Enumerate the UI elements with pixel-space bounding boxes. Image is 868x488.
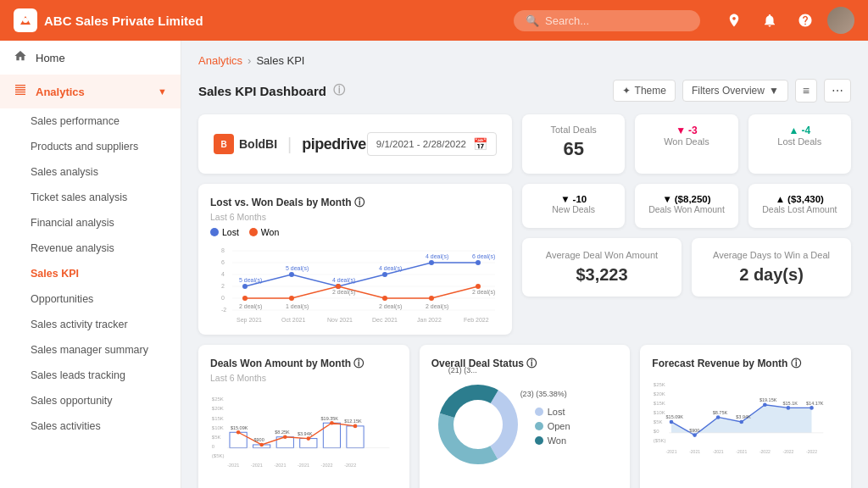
sidebar-item-sales-activities[interactable]: Sales activities [0,413,181,439]
title-info-icon[interactable]: ⓘ [333,83,345,98]
content-area: Analytics › Sales KPI Sales KPI Dashboar… [181,41,868,488]
donut-svg [431,378,525,471]
avg-won-label: Average Deal Won Amount [534,250,670,260]
svg-text:2 deal(s): 2 deal(s) [332,289,355,296]
lost-amount-arrow: ▲ [776,194,785,204]
svg-text:Nov 2021: Nov 2021 [327,317,353,323]
legend-won-dot [249,228,258,236]
svg-point-87 [670,420,674,424]
breadcrumb-analytics[interactable]: Analytics [198,54,242,67]
location-icon[interactable] [721,7,748,34]
sidebar-item-manager-summary[interactable]: Sales manager summary [0,337,181,363]
svg-point-60 [330,421,334,425]
brand-icon [14,8,37,32]
svg-text:-2022: -2022 [344,463,356,468]
topnav-icons [721,7,854,34]
svg-text:$19.15K: $19.15K [760,397,777,402]
logo-date-card: B BoldBI | pipedrive 9/1/2021 - 2/28/202… [198,114,512,174]
donut-chart-card: Overall Deal Status ⓘ (21) (3... (23) (3… [420,345,631,488]
sidebar-item-opportunities[interactable]: Opportunities [0,286,181,312]
pipedrive-logo: pipedrive [302,136,366,153]
svg-text:4 deal(s): 4 deal(s) [332,277,355,284]
sidebar-item-sales-analysis[interactable]: Sales analysis [0,159,181,185]
bar-chart-subtitle: Last 6 Months [210,373,398,383]
boldbi-logo: B BoldBI [214,134,277,154]
logo-area: B BoldBI | pipedrive [214,134,366,154]
svg-point-93 [810,406,815,410]
svg-point-91 [763,402,767,407]
won-amount-label: Deals Won Amount [647,204,726,214]
filters-button[interactable]: Filters Overview ▼ [682,80,788,102]
date-range-picker[interactable]: 9/1/2021 - 2/28/2022 📅 [367,132,497,156]
svg-text:$900: $900 [253,437,264,442]
svg-text:$8.75K: $8.75K [713,410,728,415]
dashboard-title: Sales KPI Dashboard ⓘ [198,83,345,98]
won-amount-card: ▼ ($8,250) Deals Won Amount [635,184,737,228]
svg-text:$8.25K: $8.25K [275,430,290,435]
svg-text:$0: $0 [654,429,659,434]
sidebar-item-activity-tracker[interactable]: Sales activity tracker [0,312,181,337]
more-options-button[interactable]: ⋯ [824,79,851,103]
svg-text:($5K): ($5K) [654,438,666,443]
svg-text:$15.09K: $15.09K [231,425,248,430]
sidebar-item-analytics[interactable]: Analytics ▼ [0,75,181,108]
svg-text:$3.94K: $3.94K [737,414,752,419]
svg-text:$15K: $15K [654,401,665,406]
help-icon[interactable] [792,7,819,34]
won-amount-change: ▼ ($8,250) [647,194,726,204]
line-chart-card: Lost vs. Won Deals by Month ⓘ Last 6 Mon… [198,184,512,335]
bar-chart-card: Deals Won Amount by Month ⓘ Last 6 Month… [198,345,409,488]
line-chart-svg: 8 6 4 2 0 -2 [210,241,500,325]
user-avatar[interactable] [827,7,854,34]
svg-point-89 [716,415,721,419]
legend-lost-color [535,408,543,416]
svg-point-59 [307,436,311,441]
svg-text:6 deal(s): 6 deal(s) [472,253,495,260]
topnav: ABC Sales Private Limited 🔍 [0,0,868,41]
sidebar-item-revenue[interactable]: Revenue analysis [0,236,181,261]
svg-text:$20K: $20K [212,406,224,411]
svg-text:5 deal(s): 5 deal(s) [239,277,262,284]
sidebar-item-leads-tracking[interactable]: Sales leads tracking [0,363,181,388]
lost-amount-label: Deals Lost Amount [760,204,839,214]
search-bar[interactable]: 🔍 [514,10,700,31]
analytics-chevron: ▼ [158,86,167,97]
svg-text:$20K: $20K [654,391,665,396]
svg-text:4: 4 [221,271,225,277]
svg-point-78 [455,402,501,447]
breadcrumb: Analytics › Sales KPI [198,54,851,67]
svg-text:Jan 2022: Jan 2022 [417,317,442,323]
boldbi-icon: B [214,134,234,154]
sidebar-item-financial[interactable]: Financial analysis [0,210,181,236]
breadcrumb-separator: › [248,54,251,67]
new-deals-arrow: ▼ [560,194,570,204]
svg-point-13 [242,284,248,289]
sidebar-submenu: Sales performance Products and suppliers… [0,108,181,439]
svg-point-57 [259,443,264,447]
new-deals-card: ▼ -10 New Deals [522,184,625,228]
svg-text:-2022: -2022 [783,449,794,454]
svg-text:$15.09K: $15.09K [666,414,684,419]
sidebar-item-sales-kpi[interactable]: Sales KPI [0,261,181,286]
svg-text:2 deal(s): 2 deal(s) [472,289,495,296]
list-view-button[interactable]: ≡ [795,79,817,103]
svg-text:$12.15K: $12.15K [344,419,362,424]
search-input[interactable] [545,14,688,27]
legend-lost-dot [210,228,219,236]
svg-text:-2021: -2021 [227,463,239,468]
svg-text:0: 0 [212,444,215,449]
sidebar-item-products-suppliers[interactable]: Products and suppliers [0,134,181,159]
won-amount-arrow: ▼ [662,194,671,204]
theme-button[interactable]: ✦ Theme [613,80,676,102]
donut-label2: (23) (35.38%) [520,390,567,398]
svg-text:Dec 2021: Dec 2021 [372,317,398,323]
sidebar-item-home[interactable]: Home [0,41,181,75]
svg-text:($5K): ($5K) [212,453,225,458]
svg-point-23 [429,296,434,301]
sidebar-item-ticket-sales[interactable]: Ticket sales analysis [0,185,181,210]
svg-point-56 [236,430,241,435]
bell-icon[interactable] [756,7,783,34]
sidebar-item-sales-performance[interactable]: Sales performance [0,108,181,134]
sidebar-item-sales-opportunity[interactable]: Sales opportunity [0,388,181,413]
forecast-chart-svg: $25K $20K $15K $10K $5K $0 ($5K) [652,373,839,470]
